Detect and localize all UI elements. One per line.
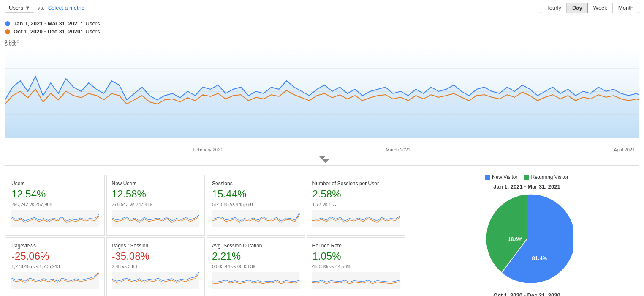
- mini-chart-svg-5: [112, 272, 200, 289]
- pie-chart-svg: 81.4% 18.6%: [481, 192, 573, 285]
- metric-title-1: New Users: [112, 181, 200, 186]
- metric-card-4[interactable]: Pageviews -25.06% 1,278,465 vs 1,705,913: [6, 237, 105, 296]
- metric-title-3: Number of Sessions per User: [312, 181, 400, 186]
- mini-chart-svg-2: [212, 210, 300, 227]
- pie-legend: New Visitor Returning Visitor: [415, 174, 639, 180]
- mini-chart-svg-7: [312, 272, 400, 289]
- metric-title-6: Avg. Session Duration: [212, 243, 300, 249]
- legend-dot-blue: [5, 21, 10, 26]
- svg-marker-4: [322, 159, 329, 163]
- mini-chart-3: [312, 210, 400, 227]
- month-button[interactable]: Month: [613, 3, 639, 13]
- chevron-down-icon: ▼: [25, 5, 30, 11]
- metrics-section: Users 12.54% 290,242 vs 257,908 New User…: [0, 174, 644, 296]
- main-chart-area: 10,000 5,000 February 2021 March 2021 Ap…: [5, 38, 639, 166]
- mini-chart-6: [212, 272, 300, 289]
- metric-title-7: Bounce Rate: [312, 243, 400, 249]
- pie-label-81: 81.4%: [532, 255, 547, 261]
- y-axis-label-10k: 10,000: [5, 38, 639, 45]
- metric-selector[interactable]: Users ▼: [5, 3, 34, 13]
- mini-chart-svg-6: [212, 272, 300, 289]
- main-chart-svg: [5, 45, 639, 138]
- day-button[interactable]: Day: [567, 3, 588, 13]
- svg-marker-3: [5, 77, 639, 138]
- metric-title-0: Users: [11, 181, 99, 186]
- metric-compare-5: 2.48 vs 3.83: [112, 264, 200, 269]
- hourly-button[interactable]: Hourly: [540, 3, 567, 13]
- mini-chart-0: [11, 210, 99, 227]
- metric-card-2[interactable]: Sessions 15.44% 514,585 vs 445,760: [207, 175, 305, 236]
- pie-legend-label-new: New Visitor: [492, 174, 517, 180]
- legend-row-2: Oct 1, 2020 - Dec 31, 2020: Users: [5, 28, 639, 35]
- metric-card-0[interactable]: Users 12.54% 290,242 vs 257,908: [6, 175, 105, 236]
- legend-metric-2: Users: [86, 28, 100, 35]
- metric-title-2: Sessions: [212, 181, 300, 186]
- mini-chart-4: [11, 272, 99, 289]
- pie-legend-returning-visitor: Returning Visitor: [524, 174, 568, 180]
- metrics-grid: Users 12.54% 290,242 vs 257,908 New User…: [5, 174, 406, 296]
- svg-rect-7: [212, 210, 300, 227]
- dropdown-arrow-icon: [322, 159, 329, 164]
- legend-date-1: Jan 1, 2021 - Mar 31, 2021:: [14, 20, 82, 27]
- metric-card-1[interactable]: New Users 12.58% 278,543 vs 247,419: [106, 175, 205, 236]
- x-label-mar: March 2021: [386, 147, 410, 152]
- mini-chart-7: [312, 272, 400, 289]
- legend-dot-orange: [5, 29, 10, 34]
- top-bar-left: Users ▼ vs. Select a metric: [5, 3, 84, 13]
- top-bar: Users ▼ vs. Select a metric Hourly Day W…: [0, 0, 644, 16]
- metric-card-3[interactable]: Number of Sessions per User 2.58% 1.77 v…: [307, 175, 406, 236]
- metric-selector-label: Users: [9, 5, 23, 11]
- y-axis-5k: 5,000: [5, 138, 639, 145]
- mini-chart-svg-4: [11, 272, 99, 289]
- x-label-apr: April 2021: [614, 147, 635, 152]
- metric-value-3: 2.58%: [312, 188, 400, 200]
- mini-chart-2: [212, 210, 300, 227]
- pie-period2-label: Oct 1, 2020 - Dec 31, 2020: [415, 292, 639, 296]
- metric-title-4: Pageviews: [11, 243, 99, 249]
- pie-chart-svg-container: 81.4% 18.6%: [481, 192, 573, 285]
- pie-section: New Visitor Returning Visitor Jan 1, 202…: [406, 174, 639, 296]
- pie-legend-new-visitor: New Visitor: [485, 174, 517, 180]
- select-metric-link[interactable]: Select a metric: [48, 5, 84, 11]
- x-label-feb: February 2021: [193, 147, 223, 152]
- metric-compare-7: 45.03% vs 44.56%: [312, 264, 400, 269]
- pie-chart-container: New Visitor Returning Visitor Jan 1, 202…: [415, 174, 639, 296]
- pie-legend-label-returning: Returning Visitor: [531, 174, 568, 180]
- metric-value-4: -25.06%: [11, 250, 99, 262]
- metric-value-1: 12.58%: [112, 188, 200, 200]
- metric-compare-1: 278,543 vs 247,419: [112, 202, 200, 207]
- metric-compare-0: 290,242 vs 257,908: [11, 202, 99, 207]
- week-button[interactable]: Week: [588, 3, 613, 13]
- metric-card-5[interactable]: Pages / Session -35.08% 2.48 vs 3.83: [106, 237, 205, 296]
- mini-chart-svg-0: [11, 210, 99, 227]
- metric-title-5: Pages / Session: [112, 243, 200, 249]
- legend-date-2: Oct 1, 2020 - Dec 31, 2020:: [14, 28, 82, 35]
- x-axis: February 2021 March 2021 April 2021: [5, 145, 639, 154]
- pie-label-18: 18.6%: [508, 236, 522, 242]
- legend-metric-1: Users: [86, 20, 100, 27]
- metric-card-7[interactable]: Bounce Rate 1.05% 45.03% vs 44.56%: [307, 237, 406, 296]
- mini-chart-svg-1: [112, 210, 200, 227]
- metric-value-6: 2.21%: [212, 250, 300, 262]
- vs-label: vs.: [38, 5, 45, 11]
- legend-row-1: Jan 1, 2021 - Mar 31, 2021: Users: [5, 20, 639, 27]
- metric-compare-3: 1.77 vs 1.73: [312, 202, 400, 207]
- time-buttons: Hourly Day Week Month: [540, 3, 639, 13]
- mini-chart-svg-3: [312, 210, 400, 227]
- metric-compare-4: 1,278,465 vs 1,705,913: [11, 264, 99, 269]
- main-chart: [5, 45, 639, 138]
- metric-compare-6: 00:03:44 vs 00:03:39: [212, 264, 300, 269]
- chart-legend: Jan 1, 2021 - Mar 31, 2021: Users Oct 1,…: [0, 16, 644, 38]
- mini-chart-5: [112, 272, 200, 289]
- pie-legend-dot-blue: [485, 175, 490, 180]
- metric-value-0: 12.54%: [11, 188, 99, 200]
- metric-value-7: 1.05%: [312, 250, 400, 262]
- metric-value-5: -35.08%: [112, 250, 200, 262]
- metric-compare-2: 514,585 vs 445,760: [212, 202, 300, 207]
- metric-value-2: 15.44%: [212, 188, 300, 200]
- metric-card-6[interactable]: Avg. Session Duration 2.21% 00:03:44 vs …: [207, 237, 305, 296]
- chart-expand-arrow[interactable]: [318, 156, 326, 160]
- pie-legend-dot-green: [524, 175, 529, 180]
- mini-chart-1: [112, 210, 200, 227]
- pie-period1-label: Jan 1, 2021 - Mar 31, 2021: [415, 184, 639, 190]
